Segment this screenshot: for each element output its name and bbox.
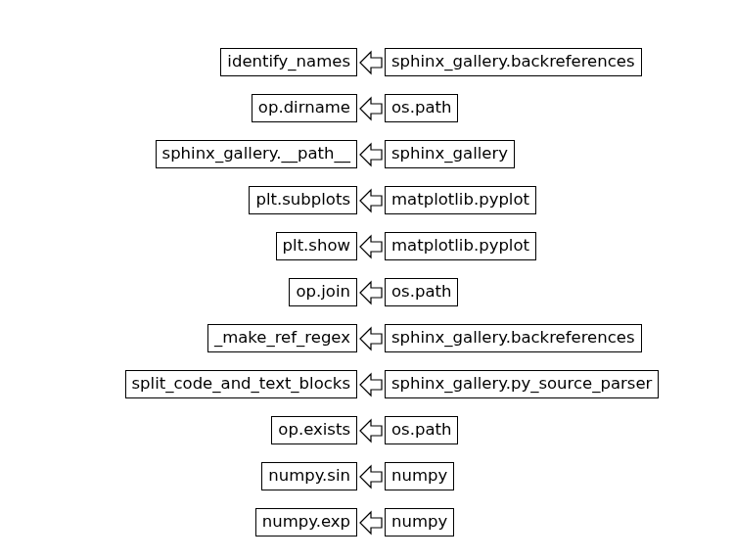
target-box: numpy.sin	[261, 462, 357, 490]
arrow-left-icon	[359, 280, 383, 305]
target-box: sphinx_gallery.__path__	[156, 140, 357, 168]
target-box: split_code_and_text_blocks	[125, 370, 357, 398]
source-box: sphinx_gallery	[385, 140, 515, 168]
arrow-left-icon	[359, 50, 383, 75]
arrow-left-icon	[359, 372, 383, 397]
arrow-left-icon	[359, 142, 383, 167]
arrow-left-icon	[359, 418, 383, 443]
reference-row: plt.show matplotlib.pyplot	[0, 223, 734, 269]
reference-row: sphinx_gallery.__path__ sphinx_gallery	[0, 131, 734, 177]
reference-row: op.dirname os.path	[0, 85, 734, 131]
reference-row: numpy.sin numpy	[0, 453, 734, 499]
source-box: numpy	[385, 462, 454, 490]
reference-row: op.join os.path	[0, 269, 734, 315]
target-box: op.dirname	[252, 94, 357, 122]
name-reference-diagram: identify_names sphinx_gallery.backrefere…	[0, 39, 734, 545]
reference-row: op.exists os.path	[0, 407, 734, 453]
target-box: op.join	[289, 278, 357, 306]
source-box: matplotlib.pyplot	[385, 232, 536, 260]
arrow-left-icon	[359, 234, 383, 259]
reference-row: numpy.exp numpy	[0, 499, 734, 545]
source-box: os.path	[385, 416, 458, 444]
reference-row: split_code_and_text_blocks sphinx_galler…	[0, 361, 734, 407]
reference-row: plt.subplots matplotlib.pyplot	[0, 177, 734, 223]
source-box: sphinx_gallery.py_source_parser	[385, 370, 659, 398]
target-box: op.exists	[271, 416, 357, 444]
target-box: _make_ref_regex	[207, 324, 357, 352]
arrow-left-icon	[359, 326, 383, 351]
target-box: numpy.exp	[255, 508, 357, 537]
target-box: plt.subplots	[249, 186, 357, 214]
arrow-left-icon	[359, 510, 383, 536]
reference-row: identify_names sphinx_gallery.backrefere…	[0, 39, 734, 85]
source-box: os.path	[385, 278, 458, 306]
source-box: os.path	[385, 94, 458, 122]
source-box: sphinx_gallery.backreferences	[385, 48, 642, 76]
arrow-left-icon	[359, 464, 383, 490]
reference-row: _make_ref_regex sphinx_gallery.backrefer…	[0, 315, 734, 361]
source-box: matplotlib.pyplot	[385, 186, 536, 214]
target-box: identify_names	[220, 48, 357, 76]
arrow-left-icon	[359, 96, 383, 121]
source-box: numpy	[385, 508, 454, 537]
source-box: sphinx_gallery.backreferences	[385, 324, 642, 352]
target-box: plt.show	[276, 232, 357, 260]
arrow-left-icon	[359, 188, 383, 213]
